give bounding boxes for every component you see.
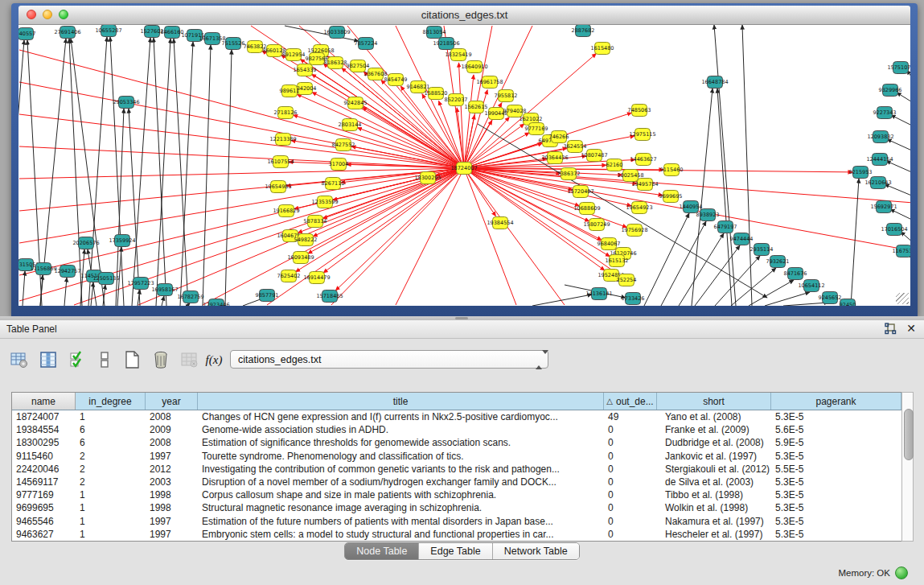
graph-node[interactable]: 15718485 [316,290,343,303]
graph-node[interactable]: 12975115 [629,129,655,141]
float-panel-icon[interactable] [884,323,897,336]
graph-node[interactable]: 16782759 [177,291,203,303]
graph-node[interactable]: 15720407 [567,186,593,198]
graph-node[interactable]: 14136141 [585,288,612,300]
window-resize-grip[interactable] [896,293,909,304]
graph-node[interactable]: 27691406 [54,27,80,39]
graph-node[interactable]: 8813054 [423,27,446,39]
graph-node[interactable]: 1615480 [591,43,614,55]
graph-node[interactable]: 20206576 [72,237,99,249]
table-row[interactable]: 2242004622012Investigating the contribut… [12,463,901,476]
table-row[interactable]: 977716911998Corpus callosum shape and si… [12,488,901,501]
tab-edge-table[interactable]: Edge Table [418,543,491,559]
function-builder-icon[interactable]: f(x) [204,349,224,370]
graph-node[interactable]: 3624554 [564,141,587,153]
graph-node[interactable]: 18325419 [445,49,471,61]
graph-node[interactable]: 7932621 [766,256,790,268]
graph-node[interactable]: 17016504 [881,224,907,236]
graph-node[interactable]: 19654923 [626,202,652,214]
row-height-icon[interactable] [95,349,114,370]
node-table[interactable]: namein_degreeyeartitle△out_de...shortpag… [11,392,902,542]
graph-node[interactable]: 29053346 [113,97,139,109]
table-row[interactable]: 1830029562008Estimation of significance … [12,436,901,449]
graph-node[interactable]: 16210643 [864,177,891,189]
graph-node[interactable]: 16107554 [267,156,294,168]
splitter-grip[interactable] [455,317,468,319]
graph-node[interactable]: 7485063 [628,105,651,117]
graph-node[interactable]: 8466160 [161,27,184,39]
graph-node[interactable]: 9699695 [659,191,683,203]
graph-node[interactable]: 746266 [549,131,569,143]
graph-node[interactable]: 15751074 [887,62,910,74]
tab-network-table[interactable]: Network Table [492,543,579,559]
graph-node[interactable]: 62160 [606,159,623,171]
column-header-year[interactable]: year [146,393,198,410]
column-header-short[interactable]: short [657,393,771,410]
show-columns-icon[interactable] [39,349,58,370]
graph-node[interactable]: 12444154 [866,154,893,166]
graph-node[interactable]: 19218506 [433,38,459,50]
graph-node[interactable]: 7955812 [495,90,518,102]
graph-node[interactable]: 8215953 [849,167,873,179]
graph-node[interactable]: 12353599 [311,196,338,208]
table-row[interactable]: 1938455462009Genome-wide association stu… [12,423,901,436]
table-row[interactable]: 969969511998Structural magnetic resonanc… [12,501,901,514]
graph-node[interactable]: 19384554 [487,217,513,229]
graph-node[interactable]: 19756928 [621,225,647,237]
graph-node[interactable]: 2718126 [274,107,298,119]
graph-node[interactable]: 14463627 [630,154,656,166]
graph-node[interactable]: 17957223 [127,278,154,290]
column-header-name[interactable]: name [12,393,76,410]
graph-node[interactable]: 9242845 [344,97,368,109]
graph-node[interactable]: 16033809 [323,27,350,39]
graph-node[interactable]: 5878334 [304,216,327,228]
import-table-icon[interactable] [180,349,199,370]
graph-node[interactable]: 9115460 [660,164,684,176]
graph-node[interactable]: 16914479 [303,272,330,284]
graph-node[interactable]: 8267110 [322,178,345,190]
graph-node[interactable]: 20364436 [541,152,568,164]
graph-node[interactable]: 16093489 [287,252,314,264]
delete-table-icon[interactable] [151,349,170,370]
graph-node[interactable]: 19654985 [265,181,291,193]
graph-node[interactable]: 9329966 [879,84,902,97]
graph-node[interactable]: 17359924 [109,235,135,247]
graph-node[interactable]: 317004 [329,159,349,171]
graph-node[interactable]: 9227343 [873,107,897,119]
graph-node[interactable]: 16958167 [151,284,178,296]
graph-node[interactable]: 1733426 [622,293,645,305]
table-scrollbar[interactable] [901,392,914,542]
table-row[interactable]: 946554611997Estimation of the future num… [12,515,901,528]
network-window[interactable]: citations_edges.txt 18724007940557276914… [11,3,918,316]
graph-node[interactable]: 940557 [18,28,35,40]
graph-node[interactable]: 8471676 [784,268,807,280]
graph-node[interactable]: 9245652 [819,292,842,304]
table-row[interactable]: 911546021997Tourette syndrome. Phenomeno… [12,450,901,463]
table-row[interactable]: 1872400712008Changes of HCN gene express… [12,410,901,423]
tab-node-table[interactable]: Node Table [345,543,418,559]
scrollbar-thumb[interactable] [904,409,914,460]
graph-node[interactable]: 10807487 [581,150,607,162]
graph-node[interactable]: 10654112 [798,280,824,292]
graph-node[interactable]: 12942757 [54,266,80,278]
graph-node[interactable]: 1167531 [893,245,910,257]
column-header-out_de[interactable]: △out_de... [604,393,657,410]
new-table-icon[interactable] [122,349,142,370]
graph-node[interactable]: 16648784 [701,76,728,89]
graph-node[interactable]: 8938923 [696,209,720,221]
graph-node[interactable]: 8454749 [384,74,408,86]
column-header-in_degree[interactable]: in_degree [76,393,146,410]
citation-network-graph[interactable]: 1872400794055727691406106552871527602846… [18,25,910,306]
graph-node[interactable]: 10655287 [95,25,121,37]
graph-node[interactable]: 7857224 [355,38,378,50]
graph-node[interactable]: 6479197 [714,221,737,233]
graph-node[interactable]: 12093832 [867,131,893,143]
window-titlebar[interactable]: citations_edges.txt [18,6,910,25]
table-select-dropdown[interactable]: citations_edges.txt [230,350,548,369]
graph-node[interactable]: 989611 [280,85,300,97]
column-select-icon[interactable] [68,349,87,370]
graph-node[interactable]: 2887682 [572,25,595,37]
graph-node[interactable]: 10688609 [573,203,600,215]
table-row[interactable]: 946362711997Embryonic stem cells: a mode… [12,528,901,541]
column-header-pagerank[interactable]: pagerank [771,393,901,410]
